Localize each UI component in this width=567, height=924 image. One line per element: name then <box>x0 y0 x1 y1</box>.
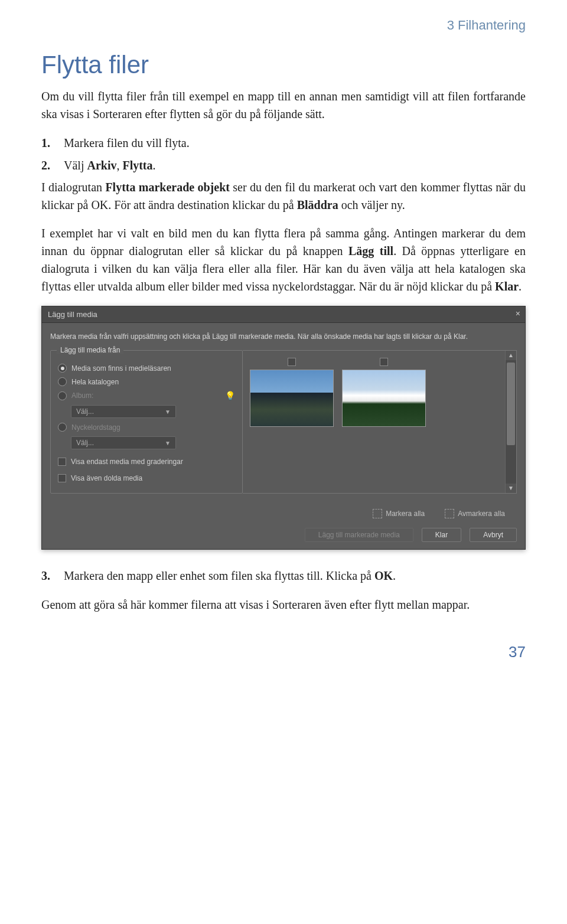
deselect-all-icon <box>445 509 454 518</box>
section-title: Flytta filer <box>41 51 526 79</box>
radio-media-browser[interactable]: Media som finns i medieläsaren <box>58 364 235 373</box>
radio-label: Nyckelordstagg <box>71 423 120 432</box>
cancel-button[interactable]: Avbryt <box>470 528 517 542</box>
step-text: Markera filen du vill flyta. <box>64 136 190 149</box>
page-number: 37 <box>41 643 526 661</box>
thumb-checkbox[interactable] <box>380 358 388 366</box>
para-4: I exemplet har vi valt en bild men du ka… <box>41 224 526 295</box>
step-text: Markera den mapp eller enhet som filen s… <box>64 569 374 582</box>
radio-album[interactable]: Album: 💡 <box>58 391 235 400</box>
thumbnail-panel: ▲ ▼ <box>243 350 517 494</box>
radio-label: Media som finns i medieläsaren <box>71 364 171 373</box>
select-value: Välj... <box>76 407 94 416</box>
radio-whole-catalog[interactable]: Hela katalogen <box>58 377 235 386</box>
dialog-description: Markera media från valfri uppsättning oc… <box>50 331 517 342</box>
step-2: 2. Välj Arkiv, Flytta. <box>41 156 526 175</box>
para-3: I dialogrutan Flytta markerade objekt se… <box>41 178 526 214</box>
chevron-down-icon: ▼ <box>165 440 171 446</box>
checkbox-icon[interactable] <box>58 458 66 466</box>
fieldset-legend: Lägg till media från <box>57 346 123 354</box>
radio-label: Album: <box>71 391 93 400</box>
step-1: 1. Markera filen du vill flyta. <box>41 133 526 152</box>
album-select[interactable]: Välj... ▼ <box>71 405 176 418</box>
radio-icon[interactable] <box>58 377 67 386</box>
menu-name: Flytta <box>122 159 152 172</box>
step-3: 3. Markera den mapp eller enhet som file… <box>41 566 526 585</box>
dialog-title-text: Lägg till media <box>48 310 97 319</box>
scrollbar[interactable]: ▲ ▼ <box>505 351 516 493</box>
scroll-thumb[interactable] <box>507 363 515 445</box>
thumb-checkbox[interactable] <box>288 358 296 366</box>
done-button[interactable]: Klar <box>422 528 461 542</box>
add-media-dialog: Lägg till media × Markera media från val… <box>41 306 526 550</box>
chevron-down-icon: ▼ <box>165 409 171 415</box>
step-text: Välj <box>64 159 87 172</box>
close-icon[interactable]: × <box>516 309 520 318</box>
step-num: 2. <box>41 156 50 175</box>
keyword-select[interactable]: Välj... ▼ <box>71 436 176 449</box>
chapter-label: 3 Filhantering <box>41 18 526 33</box>
scroll-up-icon[interactable]: ▲ <box>506 351 516 360</box>
radio-label: Hela katalogen <box>71 378 119 386</box>
radio-icon[interactable] <box>58 364 67 373</box>
dialog-footer: Markera alla Avmarkera alla Lägg till ma… <box>42 502 525 549</box>
menu-name: Arkiv <box>87 159 116 172</box>
bulb-icon: 💡 <box>225 391 235 400</box>
step-num: 3. <box>41 566 50 585</box>
intro-text: Om du vill flytta filer från till exempe… <box>41 87 526 123</box>
source-fieldset: Lägg till media från Media som finns i m… <box>50 350 243 494</box>
checkbox-show-hidden[interactable]: Visa även dolda media <box>58 474 235 482</box>
deselect-all-link[interactable]: Avmarkera alla <box>445 509 505 518</box>
thumbnail-item[interactable] <box>250 358 334 427</box>
thumbnail-item[interactable] <box>342 358 426 427</box>
checkbox-rated-only[interactable]: Visa endast media med graderingar <box>58 458 235 466</box>
select-all-link[interactable]: Markera alla <box>373 509 425 518</box>
checkbox-label: Visa även dolda media <box>71 474 142 482</box>
add-selected-button[interactable]: Lägg till markerade media <box>305 528 413 542</box>
thumbnail-image[interactable] <box>342 370 426 427</box>
dialog-titlebar[interactable]: Lägg till media × <box>42 306 525 323</box>
radio-icon[interactable] <box>58 423 67 432</box>
radio-keyword-tag[interactable]: Nyckelordstagg <box>58 423 235 432</box>
outro-text: Genom att göra så här kommer filerna att… <box>41 596 526 613</box>
thumbnail-image[interactable] <box>250 370 334 427</box>
select-value: Välj... <box>76 439 94 447</box>
checkbox-icon[interactable] <box>58 474 66 482</box>
radio-icon[interactable] <box>58 391 67 400</box>
checkbox-label: Visa endast media med graderingar <box>71 458 183 466</box>
step-num: 1. <box>41 133 50 152</box>
select-all-icon <box>373 509 382 518</box>
scroll-down-icon[interactable]: ▼ <box>506 484 516 493</box>
